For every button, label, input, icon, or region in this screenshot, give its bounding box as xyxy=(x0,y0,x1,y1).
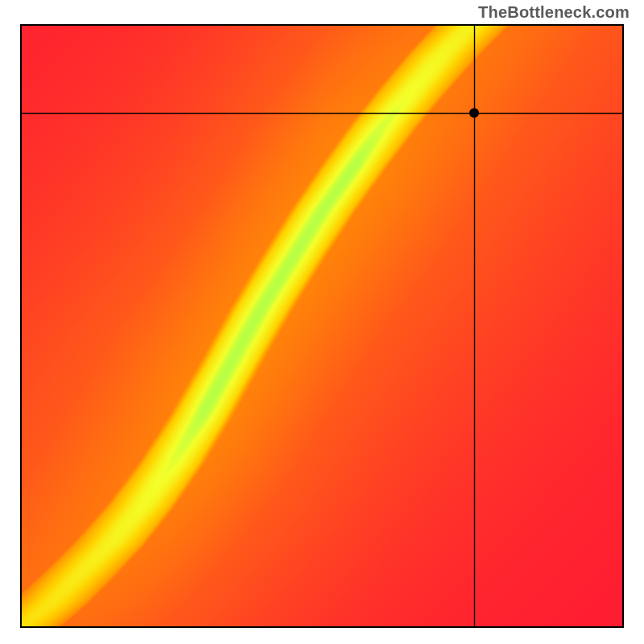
plot-frame xyxy=(20,24,624,628)
heatmap-canvas xyxy=(20,24,624,628)
watermark-text: TheBottleneck.com xyxy=(478,3,630,22)
chart-container: TheBottleneck.com xyxy=(0,0,644,644)
